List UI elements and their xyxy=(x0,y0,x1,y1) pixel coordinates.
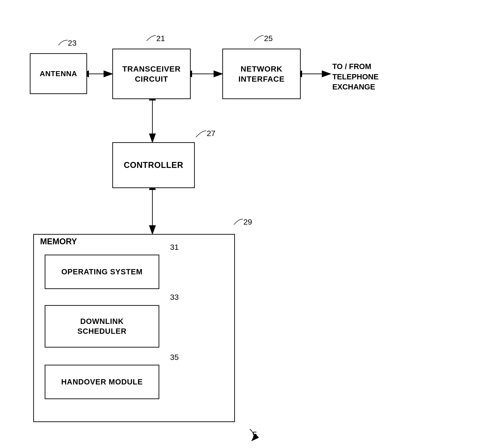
operating-system-label: OPERATING SYSTEM xyxy=(61,267,143,276)
memory-ref: 29 xyxy=(243,217,252,226)
hm-ref: 35 xyxy=(170,353,179,362)
antenna-label: ANTENNA xyxy=(40,69,77,78)
controller-ref: 27 xyxy=(207,129,215,138)
downlink-scheduler-label: DOWNLINK SCHEDULER xyxy=(78,317,126,336)
network-interface-label: NETWORK INTERFACE xyxy=(238,64,285,84)
diagram-container: ANTENNA 23 TRANSCEIVER CIRCUIT 21 NETWOR… xyxy=(0,0,479,448)
downlink-scheduler-block: DOWNLINK SCHEDULER xyxy=(45,305,159,347)
memory-label: MEMORY xyxy=(40,237,77,246)
antenna-block: ANTENNA xyxy=(30,53,87,94)
dl-ref: 33 xyxy=(170,293,179,302)
controller-block: CONTROLLER xyxy=(112,142,195,188)
transceiver-block: TRANSCEIVER CIRCUIT xyxy=(112,49,191,99)
transceiver-label: TRANSCEIVER CIRCUIT xyxy=(122,64,181,84)
network-interface-ref: 25 xyxy=(264,34,273,43)
network-interface-block: NETWORK INTERFACE xyxy=(222,49,301,99)
controller-label: CONTROLLER xyxy=(124,160,183,170)
antenna-ref: 23 xyxy=(68,39,77,48)
handover-module-label: HANDOVER MODULE xyxy=(61,378,143,386)
operating-system-block: OPERATING SYSTEM xyxy=(45,255,159,289)
os-ref: 31 xyxy=(170,243,179,252)
ref-5: 5 xyxy=(253,430,257,440)
handover-module-block: HANDOVER MODULE xyxy=(45,365,159,399)
telephone-exchange-label: TO / FROMTELEPHONEEXCHANGE xyxy=(332,61,379,92)
transceiver-ref: 21 xyxy=(156,34,165,43)
